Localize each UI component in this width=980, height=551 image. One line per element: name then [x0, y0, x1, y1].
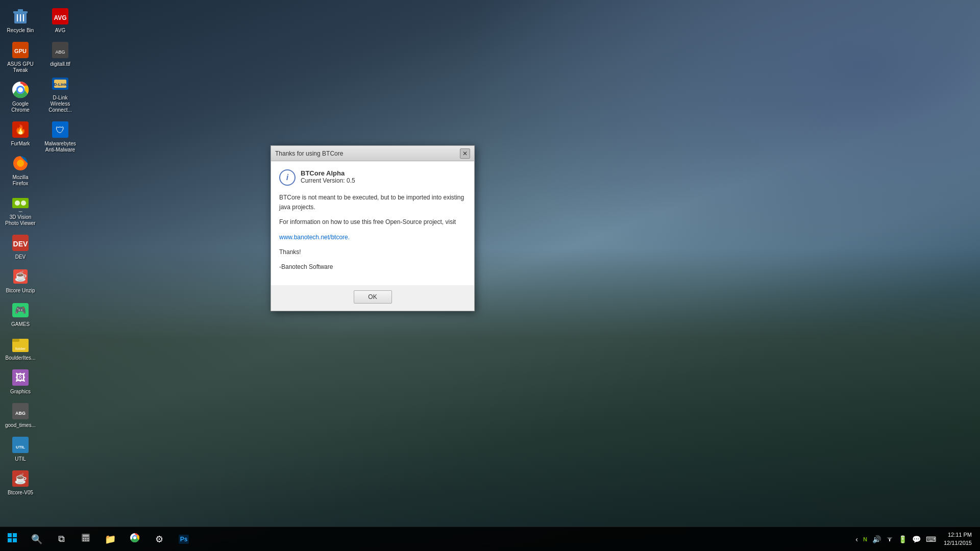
svg-point-16 [15, 201, 20, 206]
taskbar-file-explorer-button[interactable]: 📁 [98, 527, 122, 552]
dialog-app-info: BTCore Alpha Current Version: 0.5 [301, 169, 355, 184]
dev-label: DEV [15, 254, 26, 260]
svg-rect-56 [87, 540, 89, 541]
dialog-body: BTCore is not meant to be executed, but … [279, 193, 466, 272]
svg-text:UTIL: UTIL [16, 445, 25, 449]
taskbar-calculator-button[interactable] [74, 527, 98, 552]
taskbar-chrome-button[interactable] [122, 527, 147, 552]
settings-icon: ⚙ [155, 534, 163, 545]
desktop-icon-games[interactable]: 🎮 GAMES [2, 298, 39, 330]
svg-text:ABG: ABG [55, 49, 65, 55]
desktop-icon-3dvision[interactable]: 3D 3D Vision Photo Viewer [2, 191, 39, 229]
malwarebytes-label: Malwarebytes Anti-Malware [44, 141, 77, 153]
svg-text:ABG: ABG [15, 411, 26, 416]
svg-rect-15 [12, 198, 29, 208]
furmark-label: FurMark [11, 141, 30, 147]
taskbar-task-view-button[interactable]: ⧉ [49, 527, 74, 552]
boulderites-label: BoulderItes... [6, 355, 36, 361]
taskbar-tray: ‹ N 🔊 🔋 💬 ⌨ 12:11 PM 12/11/2015 [854, 531, 980, 547]
start-button[interactable] [0, 527, 24, 552]
games-label: GAMES [11, 321, 30, 328]
recycle-bin-label: Recycle Bin [7, 28, 34, 34]
dialog-title-text: Thanks for using BTCore [275, 150, 343, 157]
digitall-label: digitall.ttf [50, 61, 70, 67]
desktop-icon-furmark[interactable]: 🔥 FurMark [2, 117, 39, 149]
desktop-icon-boulderites[interactable]: folder BoulderItes... [2, 332, 39, 363]
desktop: Recycle Bin GPU ASUS GPU Tweak [0, 0, 980, 551]
svg-rect-45 [8, 533, 12, 537]
dialog-website-link[interactable]: www.banotech.net/btcore. [279, 234, 350, 241]
svg-text:folder: folder [15, 346, 26, 351]
3dvision-label: 3D Vision Photo Viewer [4, 214, 37, 227]
taskbar: 🔍 ⧉ 📁 [0, 527, 980, 551]
dialog-body-line2: For information on how to use this free … [279, 217, 466, 227]
dialog-thanks: Thanks! [279, 247, 466, 257]
clock-time: 12:11 PM [944, 531, 972, 539]
svg-point-10 [18, 87, 23, 92]
util-label: UTIL [15, 456, 26, 462]
tray-notification-icon[interactable]: 💬 [911, 535, 922, 543]
svg-rect-52 [85, 538, 87, 539]
system-clock[interactable]: 12:11 PM 12/11/2015 [940, 531, 976, 547]
close-icon: ✕ [462, 150, 468, 157]
graphics-label: Graphics [10, 389, 31, 395]
desktop-icon-asus-gpu[interactable]: GPU ASUS GPU Tweak [2, 38, 39, 76]
svg-rect-53 [87, 538, 89, 539]
svg-point-14 [17, 160, 24, 167]
tray-nvidia-icon[interactable]: N [862, 536, 869, 542]
good-times-label: good_times... [5, 422, 36, 429]
svg-text:🖼: 🖼 [15, 372, 26, 383]
svg-rect-2 [18, 9, 23, 12]
dlink-label: D-Link Wireless Connect... [44, 95, 77, 113]
tray-speaker-icon[interactable]: 🔊 [871, 535, 883, 543]
desktop-icon-digitall[interactable]: ABG digitall.ttf [42, 38, 79, 69]
dialog-titlebar: Thanks for using BTCore ✕ [271, 146, 474, 161]
taskbar-settings-button[interactable]: ⚙ [147, 527, 172, 552]
dialog-close-button[interactable]: ✕ [460, 148, 470, 159]
svg-rect-60 [889, 539, 890, 541]
svg-text:🛡: 🛡 [56, 125, 65, 135]
dialog-app-name: BTCore Alpha [301, 169, 355, 177]
desktop-icon-dev[interactable]: DEV DEV [2, 231, 39, 262]
svg-rect-61 [888, 538, 891, 539]
taskbar-photoshop-button[interactable]: Ps [172, 527, 196, 552]
desktop-icon-recycle-bin[interactable]: Recycle Bin [2, 4, 39, 36]
btcore-dialog: Thanks for using BTCore ✕ i BTCore Alpha… [271, 145, 475, 311]
desktop-icon-chrome[interactable]: Google Chrome [2, 78, 39, 115]
desktop-icon-malwarebytes[interactable]: 🛡 Malwarebytes Anti-Malware [42, 117, 79, 155]
svg-rect-62 [887, 537, 892, 538]
svg-text:🎮: 🎮 [15, 305, 27, 316]
tray-battery-icon[interactable]: 🔋 [897, 535, 909, 543]
svg-text:🔥: 🔥 [15, 124, 27, 135]
photoshop-icon: Ps [179, 535, 189, 544]
desktop-icon-btcore-unzip[interactable]: ☕ Btcore Unzip [2, 264, 39, 296]
desktop-icon-good-times[interactable]: ABG good_times... [2, 399, 39, 431]
tray-network-icon[interactable] [885, 535, 895, 543]
avg-label: AVG [55, 28, 65, 34]
dialog-header: i BTCore Alpha Current Version: 0.5 [279, 169, 466, 186]
task-view-icon: ⧉ [58, 534, 65, 544]
tray-chevron[interactable]: ‹ [854, 535, 860, 543]
svg-rect-26 [12, 339, 19, 342]
clock-date: 12/11/2015 [944, 539, 972, 547]
desktop-icon-firefox[interactable]: Mozilla Firefox [2, 151, 39, 189]
svg-text:☕: ☕ [14, 270, 27, 282]
svg-rect-46 [13, 533, 17, 537]
btcore-v05-label: Btcore-V05 [8, 490, 33, 496]
desktop-icon-avg[interactable]: AVG AVG [42, 4, 79, 36]
svg-text:AVG: AVG [54, 14, 66, 21]
desktop-icon-dlink[interactable]: D-Link D-Link Wireless Connect... [42, 71, 79, 115]
desktop-icon-graphics[interactable]: 🖼 Graphics [2, 365, 39, 397]
desktop-icon-util[interactable]: UTIL UTIL [2, 433, 39, 464]
ok-button[interactable]: OK [354, 290, 392, 304]
desktop-icon-btcore-v05[interactable]: ☕ Btcore-V05 [2, 466, 39, 498]
tray-keyboard-icon[interactable]: ⌨ [924, 535, 938, 543]
svg-point-59 [133, 536, 136, 539]
svg-rect-54 [83, 540, 84, 541]
svg-rect-51 [83, 538, 84, 539]
svg-text:3D: 3D [18, 211, 22, 212]
taskbar-search-button[interactable]: 🔍 [24, 527, 49, 552]
svg-rect-48 [13, 538, 17, 542]
dialog-content-area: i BTCore Alpha Current Version: 0.5 BTCo… [271, 161, 474, 285]
firefox-label: Mozilla Firefox [4, 174, 37, 187]
